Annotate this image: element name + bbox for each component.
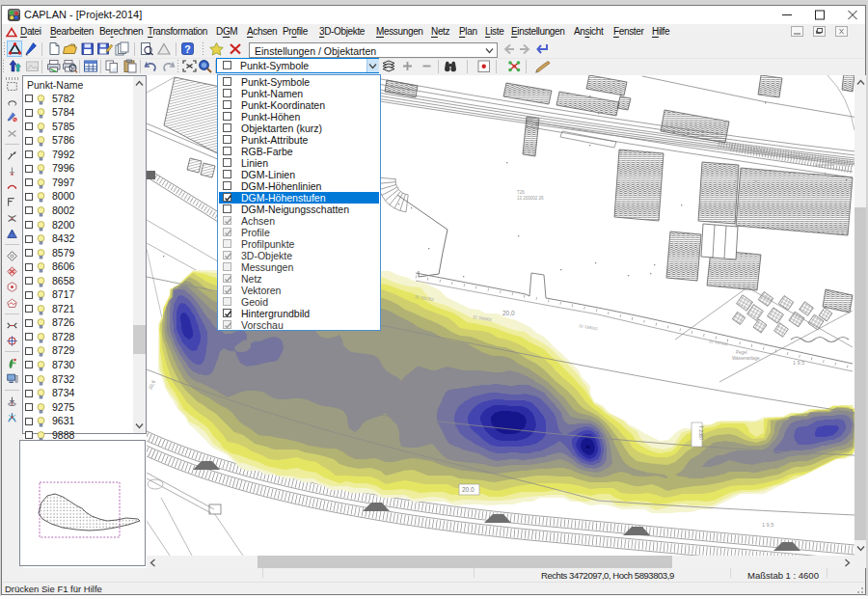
svg-text:Lagerplatz: Lagerplatz <box>815 162 834 167</box>
svg-text:20,0: 20,0 <box>502 310 515 316</box>
svg-text:1 9,5: 1 9,5 <box>762 522 773 528</box>
svg-text:T26: T26 <box>517 190 525 195</box>
svg-text:20.0: 20.0 <box>462 486 475 493</box>
svg-text:Wasseranlage: Wasseranlage <box>732 356 760 361</box>
svg-text:1 9,5: 1 9,5 <box>793 360 804 366</box>
svg-text:T 2387: T 2387 <box>698 425 704 441</box>
svg-text:13 200002 26: 13 200002 26 <box>517 196 544 201</box>
svg-text:Pegel: Pegel <box>736 350 747 355</box>
